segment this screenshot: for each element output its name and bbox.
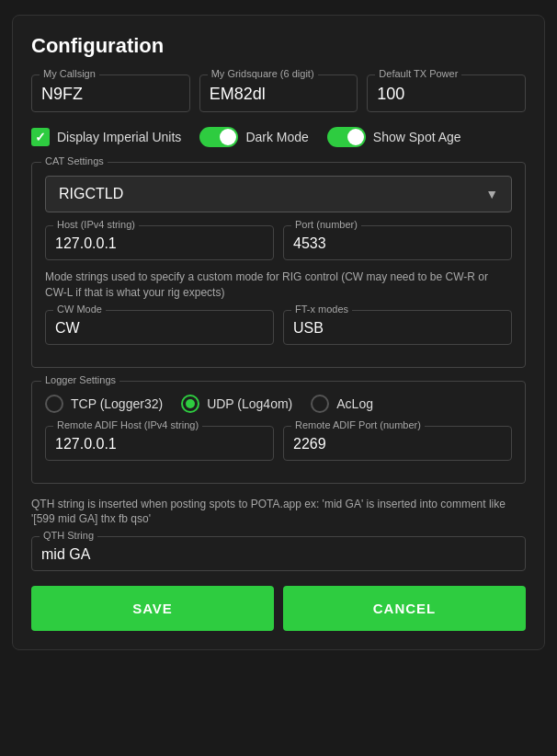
dark-mode-switch[interactable] bbox=[199, 127, 238, 147]
qth-label: QTH String bbox=[40, 530, 97, 541]
txpower-field: Default TX Power 100 bbox=[367, 74, 526, 112]
buttons-row: SAVE CANCEL bbox=[31, 586, 526, 631]
show-spot-age-switch[interactable] bbox=[327, 127, 366, 147]
dark-mode-knob bbox=[220, 129, 236, 145]
radio-udp-circle[interactable] bbox=[181, 395, 199, 413]
radio-aclog-circle[interactable] bbox=[311, 395, 329, 413]
gridsquare-value[interactable]: EM82dl bbox=[210, 81, 348, 104]
adif-port-field: Remote ADIF Port (number) 2269 bbox=[283, 426, 512, 461]
radio-aclog[interactable]: AcLog bbox=[311, 395, 373, 413]
dialog-title: Configuration bbox=[31, 34, 526, 58]
show-spot-age-toggle[interactable]: Show Spot Age bbox=[327, 127, 461, 147]
display-imperial-label: Display Imperial Units bbox=[57, 130, 181, 144]
dark-mode-toggle[interactable]: Dark Mode bbox=[199, 127, 308, 147]
radio-tcp[interactable]: TCP (Logger32) bbox=[45, 395, 163, 413]
adif-host-label: Remote ADIF Host (IPv4 string) bbox=[53, 419, 202, 430]
cat-port-field: Port (number) 4533 bbox=[283, 225, 512, 260]
radio-udp-label: UDP (Log4om) bbox=[207, 396, 292, 411]
qth-hint-text: QTH string is inserted when posting spot… bbox=[31, 497, 526, 528]
radio-tcp-label: TCP (Logger32) bbox=[71, 396, 163, 411]
cat-hint-text: Mode strings used to specify a custom mo… bbox=[45, 269, 512, 301]
adif-host-field: Remote ADIF Host (IPv4 string) 127.0.0.1 bbox=[45, 426, 274, 461]
ftx-modes-value[interactable]: USB bbox=[293, 316, 502, 337]
ftx-modes-field: FT-x modes USB bbox=[283, 310, 512, 345]
gridsquare-field: My Gridsquare (6 digit) EM82dl bbox=[199, 74, 358, 112]
cat-host-value[interactable]: 127.0.0.1 bbox=[55, 232, 264, 252]
radio-tcp-circle[interactable] bbox=[45, 395, 63, 413]
cat-port-label: Port (number) bbox=[291, 219, 361, 230]
display-imperial-checkbox[interactable]: ✓ bbox=[31, 128, 50, 146]
logger-settings-label: Logger Settings bbox=[41, 374, 119, 385]
cw-mode-value[interactable]: CW bbox=[55, 316, 264, 337]
adif-host-value[interactable]: 127.0.0.1 bbox=[55, 432, 264, 452]
dark-mode-label: Dark Mode bbox=[245, 130, 308, 144]
qth-value[interactable]: mid GA bbox=[41, 543, 516, 563]
logger-radio-row: TCP (Logger32) UDP (Log4om) AcLog bbox=[45, 395, 512, 413]
txpower-label: Default TX Power bbox=[375, 68, 461, 79]
cat-host-label: Host (IPv4 string) bbox=[53, 219, 139, 230]
cat-port-value[interactable]: 4533 bbox=[293, 232, 502, 252]
callsign-field: My Callsign N9FZ bbox=[31, 74, 190, 112]
txpower-value[interactable]: 100 bbox=[377, 81, 516, 104]
cat-settings-label: CAT Settings bbox=[41, 155, 108, 166]
cancel-button[interactable]: CANCEL bbox=[283, 586, 526, 631]
toggles-row: ✓ Display Imperial Units Dark Mode Show … bbox=[31, 127, 526, 147]
qth-field: QTH String mid GA bbox=[31, 536, 526, 571]
adif-fields-row: Remote ADIF Host (IPv4 string) 127.0.0.1… bbox=[45, 426, 512, 461]
adif-port-label: Remote ADIF Port (number) bbox=[291, 419, 425, 430]
cw-mode-label: CW Mode bbox=[53, 304, 106, 315]
ftx-modes-label: FT-x modes bbox=[291, 304, 352, 315]
radio-aclog-label: AcLog bbox=[336, 396, 373, 411]
configuration-dialog: Configuration My Callsign N9FZ My Gridsq… bbox=[12, 15, 545, 650]
save-button[interactable]: SAVE bbox=[31, 586, 274, 631]
cat-settings-section: CAT Settings RIGCTLD ▼ Host (IPv4 string… bbox=[31, 162, 526, 368]
radio-udp-dot bbox=[186, 399, 195, 408]
show-spot-age-label: Show Spot Age bbox=[373, 130, 461, 144]
rig-select-dropdown[interactable]: RIGCTLD ▼ bbox=[45, 176, 512, 212]
top-fields-row: My Callsign N9FZ My Gridsquare (6 digit)… bbox=[31, 74, 526, 112]
cat-host-field: Host (IPv4 string) 127.0.0.1 bbox=[45, 225, 274, 260]
callsign-value[interactable]: N9FZ bbox=[41, 81, 180, 104]
rig-select-value: RIGCTLD bbox=[59, 186, 123, 202]
radio-udp[interactable]: UDP (Log4om) bbox=[181, 395, 292, 413]
show-spot-age-knob bbox=[347, 129, 364, 145]
host-port-row: Host (IPv4 string) 127.0.0.1 Port (numbe… bbox=[45, 225, 512, 260]
callsign-label: My Callsign bbox=[40, 68, 99, 79]
logger-settings-section: Logger Settings TCP (Logger32) UDP (Log4… bbox=[31, 381, 526, 484]
display-imperial-toggle[interactable]: ✓ Display Imperial Units bbox=[31, 128, 181, 146]
adif-port-value[interactable]: 2269 bbox=[293, 432, 502, 452]
cw-mode-field: CW Mode CW bbox=[45, 310, 274, 345]
gridsquare-label: My Gridsquare (6 digit) bbox=[208, 68, 318, 79]
check-icon: ✓ bbox=[35, 130, 46, 144]
mode-row: CW Mode CW FT-x modes USB bbox=[45, 310, 512, 345]
chevron-down-icon: ▼ bbox=[485, 187, 498, 201]
